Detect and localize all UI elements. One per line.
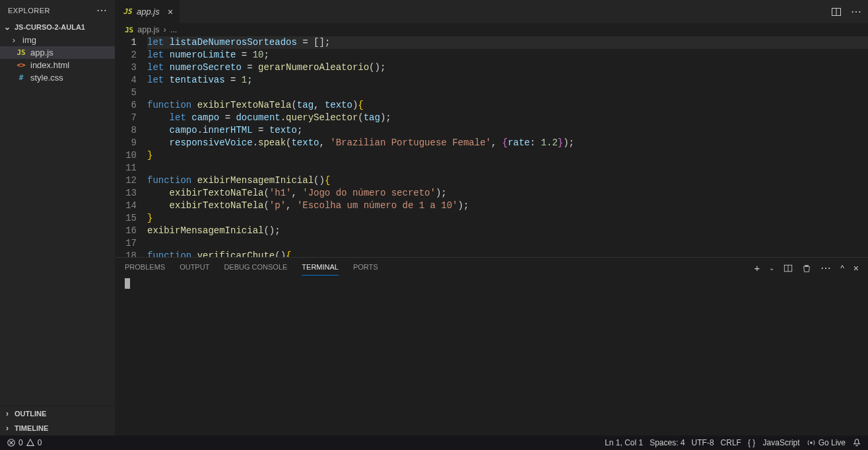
css-icon: # <box>16 73 26 82</box>
js-icon: JS <box>122 7 133 16</box>
terminal-body[interactable] <box>116 276 868 435</box>
tree-item-app-js[interactable]: JSapp.js <box>0 46 115 59</box>
statusbar: 0 0 Ln 1, Col 1 Spaces: 4 UTF-8 CRLF { }… <box>0 435 868 450</box>
tree-item-label: style.css <box>30 73 63 83</box>
panel-tab-output[interactable]: OUTPUT <box>180 260 209 276</box>
line-number: 7 <box>116 112 137 124</box>
status-lncol[interactable]: Ln 1, Col 1 <box>605 438 643 447</box>
tree-item-index-html[interactable]: <>index.html <box>0 59 115 71</box>
panel-tab-ports[interactable]: PORTS <box>353 260 378 276</box>
tree-item-label: index.html <box>30 60 69 70</box>
close-icon[interactable]: × <box>168 7 173 17</box>
code-line[interactable]: function exibirMensagemInicial(){ <box>147 174 868 187</box>
status-golive[interactable]: Go Live <box>807 438 846 447</box>
code-line[interactable]: let campo = document.querySelector(tag); <box>147 112 868 124</box>
error-count: 0 <box>18 438 23 447</box>
project-header[interactable]: ⌄ JS-CURSO-2-AULA1 <box>0 20 115 34</box>
code-line[interactable] <box>147 237 868 250</box>
line-number: 10 <box>116 149 137 162</box>
tab-bar: JS app.js × ⋯ <box>116 0 868 23</box>
status-encoding[interactable]: UTF-8 <box>692 438 714 447</box>
code-line[interactable]: let tentativas = 1; <box>147 74 868 87</box>
maximize-panel-icon[interactable]: ^ <box>840 264 844 273</box>
js-icon: JS <box>16 48 26 57</box>
explorer-title: EXPLORER <box>8 7 50 15</box>
status-spaces[interactable]: Spaces: 4 <box>650 438 684 447</box>
chevron-down-icon: ⌄ <box>3 22 12 32</box>
status-errors[interactable]: 0 0 <box>7 438 42 447</box>
code-line[interactable]: let numeroSecreto = gerarNumeroAleatorio… <box>147 61 868 74</box>
line-number: 14 <box>116 200 137 212</box>
timeline-label: TIMELINE <box>15 424 48 432</box>
line-number: 13 <box>116 187 137 200</box>
line-number: 1 <box>116 36 137 49</box>
line-number: 2 <box>116 49 137 61</box>
status-notifications-icon[interactable] <box>852 438 861 447</box>
explorer-sidebar: EXPLORER ⋯ ⌄ JS-CURSO-2-AULA1 ›imgJSapp.… <box>0 0 116 435</box>
editor-more-icon[interactable]: ⋯ <box>851 5 861 18</box>
code-line[interactable]: exibirTextoNaTela('p', 'Escolha um númer… <box>147 200 868 212</box>
tab-app-js[interactable]: JS app.js × <box>116 0 180 23</box>
chevron-right-icon: › <box>3 424 12 433</box>
panel-tabs: PROBLEMSOUTPUTDEBUG CONSOLETERMINALPORTS <box>125 260 378 276</box>
line-number: 6 <box>116 99 137 112</box>
code-line[interactable]: exibirMensagemInicial(); <box>147 225 868 237</box>
breadcrumb-file: app.js <box>137 25 159 34</box>
tree-item-img[interactable]: ›img <box>0 34 115 46</box>
code-line[interactable]: function exibirTextoNaTela(tag, texto){ <box>147 99 868 112</box>
code-line[interactable]: } <box>147 212 868 225</box>
code-line[interactable]: let numeroLimite = 10; <box>147 49 868 61</box>
status-language[interactable]: { } JavaScript <box>748 438 800 447</box>
svg-point-7 <box>810 441 813 444</box>
code-line[interactable]: let listaDeNumerosSorteados = []; <box>147 36 868 49</box>
broadcast-icon <box>807 438 816 447</box>
panel-split-icon[interactable] <box>784 264 793 273</box>
code-line[interactable] <box>147 87 868 99</box>
bottom-panel: PROBLEMSOUTPUTDEBUG CONSOLETERMINALPORTS… <box>116 257 868 435</box>
timeline-section[interactable]: › TIMELINE <box>0 421 115 435</box>
error-icon <box>7 438 16 447</box>
terminal-cursor <box>125 278 130 289</box>
code-line[interactable] <box>147 162 868 174</box>
breadcrumb-sep: › <box>164 25 166 34</box>
status-eol[interactable]: CRLF <box>721 438 741 447</box>
line-number: 18 <box>116 250 137 257</box>
chevron-right-icon: › <box>9 36 18 45</box>
panel-tab-terminal[interactable]: TERMINAL <box>302 260 339 276</box>
tree-item-label: app.js <box>30 48 53 57</box>
panel-more-icon[interactable]: ⋯ <box>820 262 831 274</box>
outline-section[interactable]: › OUTLINE <box>0 406 115 421</box>
panel-tab-debug-console[interactable]: DEBUG CONSOLE <box>224 260 287 276</box>
code[interactable]: let listaDeNumerosSorteados = [];let num… <box>147 36 868 257</box>
project-name: JS-CURSO-2-AULA1 <box>15 23 85 31</box>
file-tree: ›imgJSapp.js<>index.html#style.css <box>0 34 115 406</box>
kill-terminal-icon[interactable] <box>802 264 811 273</box>
outline-label: OUTLINE <box>15 410 46 418</box>
split-editor-icon[interactable] <box>831 7 842 17</box>
line-number: 11 <box>116 162 137 174</box>
terminal-split-dropdown-icon[interactable]: ⌄ <box>769 264 774 272</box>
line-number: 15 <box>116 212 137 225</box>
line-number: 12 <box>116 174 137 187</box>
warning-icon <box>26 438 35 447</box>
tree-item-style-css[interactable]: #style.css <box>0 71 115 84</box>
chevron-right-icon: › <box>3 409 12 418</box>
code-line[interactable]: function verificarChute(){ <box>147 250 868 257</box>
code-line[interactable]: campo.innerHTML = texto; <box>147 124 868 137</box>
line-number: 8 <box>116 124 137 137</box>
line-number: 16 <box>116 225 137 237</box>
code-line[interactable]: responsiveVoice.speak(texto, 'Brazilian … <box>147 137 868 149</box>
breadcrumb[interactable]: JS app.js › ... <box>116 23 868 36</box>
js-icon: JS <box>125 26 133 34</box>
code-line[interactable]: } <box>147 149 868 162</box>
line-number: 17 <box>116 237 137 250</box>
line-number: 5 <box>116 87 137 99</box>
new-terminal-icon[interactable]: + <box>754 262 760 274</box>
tree-item-label: img <box>22 35 36 45</box>
gutter: 123456789101112131415161718 <box>116 36 147 257</box>
code-line[interactable]: exibirTextoNaTela('h1', 'Jogo do número … <box>147 187 868 200</box>
editor-body[interactable]: 123456789101112131415161718 let listaDeN… <box>116 36 868 257</box>
explorer-more-icon[interactable]: ⋯ <box>96 4 108 17</box>
close-panel-icon[interactable]: × <box>853 263 859 274</box>
panel-tab-problems[interactable]: PROBLEMS <box>125 260 165 276</box>
